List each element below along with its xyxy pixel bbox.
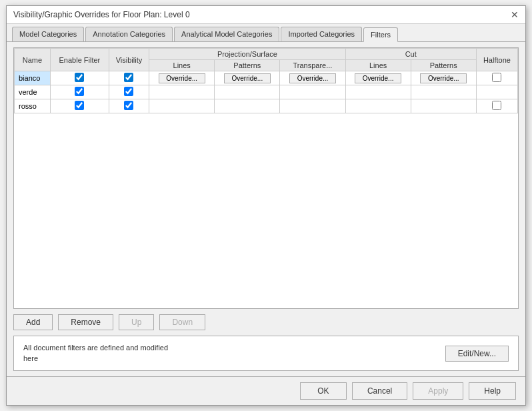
tab-model-categories[interactable]: Model Categories [12,27,84,41]
help-button[interactable]: Help [469,382,516,400]
close-button[interactable]: ✕ [511,10,519,19]
filters-table: Name Enable Filter Visibility Projection… [14,48,518,113]
title-bar: Visibility/Graphic Overrides for Floor P… [7,6,525,24]
filters-table-container: Name Enable Filter Visibility Projection… [13,47,519,309]
col-header-cut-patterns: Patterns [411,60,476,71]
apply-button[interactable]: Apply [413,382,463,400]
row-cut-lines-verde [345,85,411,99]
info-box: All document filters are defined and mod… [13,336,519,371]
row-proj-transparent-rosso [280,99,345,113]
tab-annotation-categories[interactable]: Annotation Categories [85,27,173,41]
row-halftone-bianco [476,71,517,85]
col-header-proj-transparent: Transpare... [280,60,345,71]
enable-filter-bianco[interactable] [75,73,84,82]
dialog-title: Visibility/Graphic Overrides for Floor P… [13,10,190,19]
row-proj-transparent-verde [280,85,345,99]
row-name-bianco: bianco [15,71,51,85]
col-header-cut: Cut [345,49,476,60]
proj-patterns-override-bianco[interactable]: Override... [224,73,271,83]
enable-filter-verde[interactable] [75,87,84,96]
row-proj-lines-rosso [149,99,215,113]
row-enable-bianco [50,71,109,85]
col-header-visibility: Visibility [109,49,149,71]
visibility-bianco[interactable] [124,73,133,82]
proj-transparent-override-bianco[interactable]: Override... [289,73,336,83]
row-halftone-rosso [476,99,517,113]
enable-filter-rosso[interactable] [75,101,84,110]
row-proj-transparent-bianco: Override... [280,71,345,85]
dialog-footer: OK Cancel Apply Help [7,376,525,405]
action-buttons: Add Remove Up Down [13,314,519,330]
ok-button[interactable]: OK [300,382,347,400]
proj-lines-override-bianco[interactable]: Override... [159,73,205,83]
tab-imported-categories[interactable]: Imported Categories [281,27,362,41]
row-enable-rosso [50,99,109,113]
col-header-enable-filter: Enable Filter [50,49,109,71]
row-visibility-bianco [109,71,149,85]
col-header-halftone: Halftone [476,49,517,71]
main-dialog: Visibility/Graphic Overrides for Floor P… [6,5,526,406]
row-visibility-verde [109,85,149,99]
tab-analytical-model-categories[interactable]: Analytical Model Categories [174,27,279,41]
row-proj-patterns-verde [215,85,280,99]
row-visibility-rosso [109,99,149,113]
table-row: verde [15,85,518,99]
col-header-projection-surface: Projection/Surface [149,49,345,60]
table-row: rosso [15,99,518,113]
row-cut-lines-bianco: Override... [345,71,411,85]
col-header-cut-lines: Lines [345,60,411,71]
row-cut-patterns-verde [411,85,476,99]
row-cut-patterns-bianco: Override... [411,71,476,85]
edit-new-button[interactable]: Edit/New... [445,346,509,362]
row-proj-lines-bianco: Override... [149,71,215,85]
row-halftone-verde [476,85,517,99]
cut-patterns-override-bianco[interactable]: Override... [420,73,467,83]
row-proj-patterns-bianco: Override... [215,71,280,85]
row-cut-patterns-rosso [411,99,476,113]
halftone-bianco[interactable] [492,73,501,82]
cancel-button[interactable]: Cancel [352,382,407,400]
row-proj-patterns-rosso [215,99,280,113]
visibility-rosso[interactable] [124,101,133,110]
table-row: bianco Override... Override... [15,71,518,85]
tab-filters[interactable]: Filters [363,27,398,42]
visibility-verde[interactable] [124,87,133,96]
main-content: Name Enable Filter Visibility Projection… [7,42,525,376]
up-button[interactable]: Up [119,314,154,330]
add-button[interactable]: Add [13,314,53,330]
col-header-proj-lines: Lines [149,60,215,71]
row-name-verde: verde [15,85,51,99]
remove-button[interactable]: Remove [58,314,113,330]
row-cut-lines-rosso [345,99,411,113]
down-button[interactable]: Down [159,314,205,330]
cut-lines-override-bianco[interactable]: Override... [355,73,401,83]
col-header-name: Name [15,49,51,71]
halftone-rosso[interactable] [492,101,501,110]
row-name-rosso: rosso [15,99,51,113]
row-proj-lines-verde [149,85,215,99]
info-text: All document filters are defined and mod… [23,343,170,364]
col-header-proj-patterns: Patterns [215,60,280,71]
row-enable-verde [50,85,109,99]
tab-bar: Model Categories Annotation Categories A… [7,24,525,42]
